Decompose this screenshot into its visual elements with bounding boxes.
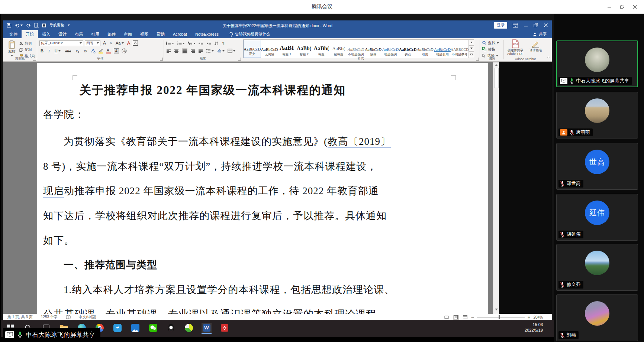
superscript-button[interactable]: x²	[83, 48, 88, 54]
tab-mailings[interactable]: 邮件	[103, 30, 120, 38]
taskbar-clock[interactable]: 15:03 2022/5/19	[525, 322, 543, 333]
increase-indent-icon[interactable]	[206, 41, 211, 46]
participant-tile[interactable]: 修文乔	[556, 244, 638, 291]
font-size-combo[interactable]: 四号	[85, 40, 100, 46]
style-subtle-reference[interactable]: AABBCCD不明显参考	[451, 40, 468, 58]
wechat-icon[interactable]	[148, 323, 158, 333]
zoom-level[interactable]: 204%	[533, 315, 543, 319]
style-subtitle[interactable]: AaBb(副标题	[330, 40, 348, 58]
zoom-slider-thumb[interactable]	[499, 315, 500, 319]
tab-review[interactable]: 审阅	[120, 30, 136, 38]
shading-icon[interactable]	[217, 49, 225, 53]
web-layout-icon[interactable]	[462, 315, 468, 320]
find-button[interactable]: 查找	[482, 40, 499, 46]
text-effects-icon[interactable]	[91, 48, 96, 53]
style-subtle-emphasis[interactable]: AaBbCcD不明显强调	[347, 40, 365, 58]
restore-icon[interactable]	[616, 0, 628, 13]
tab-acrobat[interactable]: Acrobat	[169, 30, 191, 38]
align-right-icon[interactable]	[190, 49, 195, 53]
collapse-ribbon-icon[interactable]	[547, 56, 550, 59]
scroll-up-icon[interactable]	[495, 64, 498, 66]
qat-customize-icon[interactable]	[68, 25, 70, 26]
distribute-icon[interactable]	[198, 49, 203, 53]
subscript-button[interactable]: x₂	[75, 48, 80, 54]
word-count[interactable]: 1253 个字	[41, 315, 58, 320]
paste-button[interactable]: 粘贴	[6, 40, 18, 56]
style-intense-emphasis[interactable]: AaBbCcD明显强调	[382, 40, 399, 58]
participant-tile[interactable]: 延伟 胡延伟	[556, 194, 638, 241]
login-button[interactable]: 登录	[494, 22, 507, 29]
bullets-icon[interactable]	[166, 41, 174, 46]
style-heading1[interactable]: AaBI标题 1	[278, 40, 296, 58]
qq-icon[interactable]	[166, 323, 176, 333]
styles-dialog-launcher-icon[interactable]	[476, 58, 479, 61]
share-button[interactable]: 共享	[533, 30, 552, 38]
tab-view[interactable]: 视图	[136, 30, 152, 38]
grow-font-button[interactable]: A	[102, 40, 107, 46]
close-icon[interactable]	[628, 0, 641, 13]
scroll-down-icon[interactable]	[495, 309, 498, 310]
font-color-icon[interactable]: A	[106, 48, 111, 53]
read-mode-icon[interactable]	[444, 315, 450, 320]
pilcrow-icon[interactable]: ¶	[221, 40, 226, 46]
nav-pane-checkbox[interactable]	[42, 23, 46, 27]
photos-app-icon[interactable]	[130, 323, 140, 333]
enclose-char-icon[interactable]: 字	[122, 48, 127, 53]
char-shading-icon[interactable]: A	[114, 48, 119, 53]
italic-button[interactable]: I	[47, 48, 51, 54]
page-indicator[interactable]: 第 1 页, 共 3 页	[7, 315, 33, 320]
underline-button[interactable]: U	[54, 48, 62, 54]
word-minimize-icon[interactable]	[524, 23, 528, 27]
style-normal[interactable]: AaBbCcD正文	[244, 40, 261, 58]
proofing-icon[interactable]	[66, 315, 71, 319]
change-case-button[interactable]: Aa	[115, 40, 125, 46]
tab-layout[interactable]: 布局	[71, 30, 87, 38]
redo-icon[interactable]	[26, 23, 31, 27]
font-dialog-launcher-icon[interactable]	[160, 58, 163, 61]
ribbon-display-options-icon[interactable]	[513, 23, 518, 27]
style-title[interactable]: AaBb(标题	[313, 40, 330, 58]
tab-home[interactable]: 开始	[22, 30, 38, 38]
style-strong[interactable]: AaBbCcD要点	[399, 40, 417, 58]
music-app-icon[interactable]	[184, 323, 194, 333]
gallery-scroll-up-icon[interactable]	[469, 39, 474, 45]
tab-file[interactable]: 文件	[5, 30, 22, 38]
decrease-indent-icon[interactable]	[199, 41, 203, 46]
acrobat-taskbar-icon[interactable]	[219, 323, 229, 333]
minimize-icon[interactable]	[603, 0, 616, 13]
zoom-slider[interactable]	[477, 317, 525, 317]
create-pdf-button[interactable]: PDF 创建并共享Adobe PDF	[505, 39, 526, 56]
request-signature-button[interactable]: 请求签名	[527, 39, 545, 53]
tab-help[interactable]: 帮助	[152, 30, 169, 38]
print-layout-icon[interactable]	[453, 315, 459, 320]
bold-button[interactable]: B	[39, 48, 45, 54]
paragraph-dialog-launcher-icon[interactable]	[238, 58, 241, 61]
zoom-in-icon[interactable]: +	[528, 315, 531, 320]
copy-button[interactable]: 复制	[19, 47, 35, 52]
line-spacing-icon[interactable]	[206, 49, 214, 53]
tab-references[interactable]: 引用	[87, 30, 103, 38]
participant-tile[interactable]: 刘燕	[556, 294, 638, 341]
align-center-icon[interactable]	[174, 49, 179, 53]
char-border-icon[interactable]	[133, 40, 138, 46]
undo-icon[interactable]	[15, 23, 23, 27]
clipboard-dialog-launcher-icon[interactable]	[33, 58, 36, 61]
participant-tile-sharer[interactable]: 中石大陈冰飞的屏幕共享	[556, 40, 638, 87]
borders-icon[interactable]	[228, 49, 235, 53]
sort-icon[interactable]	[214, 41, 218, 46]
participant-tile[interactable]: 唐萌萌	[556, 92, 638, 139]
replace-button[interactable]: 替换	[482, 46, 499, 52]
style-intense-quote[interactable]: AaBbCcD明显引用	[434, 40, 451, 58]
style-quote[interactable]: AaBbCcD引用	[416, 40, 434, 58]
shrink-font-button[interactable]: A	[109, 40, 113, 46]
language-indicator[interactable]: 中文(中国)	[79, 315, 96, 320]
strikethrough-button[interactable]: abc	[64, 48, 72, 54]
highlight-color-icon[interactable]	[98, 48, 103, 53]
cut-button[interactable]: 剪切	[19, 41, 35, 46]
document-scrollbar[interactable]	[493, 62, 499, 314]
word-close-icon[interactable]	[544, 23, 548, 27]
word-taskbar-icon[interactable]: W	[202, 323, 212, 333]
tab-noteexpress[interactable]: NoteExpress	[191, 30, 223, 38]
font-name-combo[interactable]: 仿宋_GB2312	[39, 40, 83, 46]
style-no-spacing[interactable]: AaBbCcD无间隔	[261, 40, 278, 58]
